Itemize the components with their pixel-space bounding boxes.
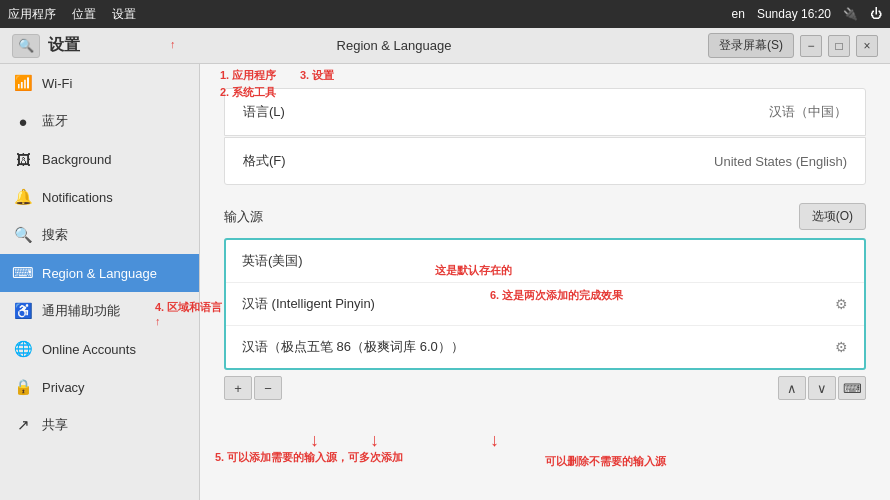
search-button[interactable]: 🔍 <box>12 34 40 58</box>
lang-indicator: en <box>732 7 745 21</box>
power-icon: ⏻ <box>870 7 882 21</box>
format-label: 格式(F) <box>243 152 286 170</box>
search-sidebar-icon: 🔍 <box>14 226 32 244</box>
input-source-label-0: 英语(美国) <box>242 252 303 270</box>
language-label: 语言(L) <box>243 103 285 121</box>
titlebar-left: 🔍 设置 <box>12 34 80 58</box>
sidebar-label-online-accounts: Online Accounts <box>42 342 136 357</box>
options-button[interactable]: 选项(O) <box>799 203 866 230</box>
toolbar-right: ∧ ∨ ⌨ <box>778 376 866 400</box>
sidebar-item-bluetooth[interactable]: ● 蓝牙 <box>0 102 199 140</box>
input-source-row-1[interactable]: 汉语 (Intelligent Pinyin) ⚙ <box>226 283 864 326</box>
wifi-icon: 📶 <box>14 74 32 92</box>
region-icon: ⌨ <box>14 264 32 282</box>
notifications-icon: 🔔 <box>14 188 32 206</box>
online-accounts-icon: 🌐 <box>14 340 32 358</box>
login-screen-button[interactable]: 登录屏幕(S) <box>708 33 794 58</box>
sidebar-item-sharing[interactable]: ↗ 共享 <box>0 406 199 444</box>
toolbar-left: + − <box>224 376 282 400</box>
sidebar-label-background: Background <box>42 152 111 167</box>
language-value: 汉语（中国） <box>769 103 847 121</box>
sidebar-label-notifications: Notifications <box>42 190 113 205</box>
top-taskbar: 应用程序 位置 设置 en Sunday 16:20 🔌 ⏻ <box>0 0 890 28</box>
move-up-button[interactable]: ∧ <box>778 376 806 400</box>
location-menu[interactable]: 位置 <box>72 6 96 23</box>
close-button[interactable]: × <box>856 35 878 57</box>
sidebar-item-online-accounts[interactable]: 🌐 Online Accounts <box>0 330 199 368</box>
remove-input-button[interactable]: − <box>254 376 282 400</box>
network-icon: 🔌 <box>843 7 858 21</box>
window-buttons: 登录屏幕(S) − □ × <box>708 33 878 58</box>
background-icon: 🖼 <box>14 150 32 168</box>
sidebar-item-wifi[interactable]: 📶 Wi-Fi <box>0 64 199 102</box>
sidebar-label-privacy: Privacy <box>42 380 85 395</box>
sidebar-label-region: Region & Language <box>42 266 157 281</box>
format-value: United States (English) <box>714 154 847 169</box>
sidebar-item-search[interactable]: 🔍 搜索 <box>0 216 199 254</box>
settings-menu[interactable]: 设置 <box>112 6 136 23</box>
sidebar-item-background[interactable]: 🖼 Background <box>0 140 199 178</box>
main-panel: 语言(L) 汉语（中国） 格式(F) United States (Englis… <box>200 64 890 500</box>
bluetooth-icon: ● <box>14 112 32 130</box>
language-row[interactable]: 语言(L) 汉语（中国） <box>224 88 866 136</box>
format-row[interactable]: 格式(F) United States (English) <box>224 137 866 185</box>
input-source-row-2[interactable]: 汉语（极点五笔 86（极爽词库 6.0）） ⚙ <box>226 326 864 368</box>
input-source-label-2: 汉语（极点五笔 86（极爽词库 6.0）） <box>242 338 464 356</box>
move-down-button[interactable]: ∨ <box>808 376 836 400</box>
keyboard-preview-button[interactable]: ⌨ <box>838 376 866 400</box>
sidebar-label-bluetooth: 蓝牙 <box>42 112 68 130</box>
titlebar: 🔍 设置 Region & Language 登录屏幕(S) − □ × <box>0 28 890 64</box>
datetime: Sunday 16:20 <box>757 7 831 21</box>
sidebar-item-notifications[interactable]: 🔔 Notifications <box>0 178 199 216</box>
input-source-toolbar: + − ∧ ∨ ⌨ <box>224 376 866 400</box>
sidebar-label-search: 搜索 <box>42 226 68 244</box>
sidebar-item-region[interactable]: ⌨ Region & Language <box>0 254 199 292</box>
taskbar-right: en Sunday 16:20 🔌 ⏻ <box>732 7 882 21</box>
sidebar: 📶 Wi-Fi ● 蓝牙 🖼 Background 🔔 Notification… <box>0 64 200 500</box>
gear-icon-2[interactable]: ⚙ <box>835 339 848 355</box>
add-input-button[interactable]: + <box>224 376 252 400</box>
input-source-title: 输入源 <box>224 208 263 226</box>
sidebar-label-accessibility: 通用辅助功能 <box>42 302 120 320</box>
sidebar-label-wifi: Wi-Fi <box>42 76 72 91</box>
settings-label: 设置 <box>48 35 80 56</box>
minimize-button[interactable]: − <box>800 35 822 57</box>
gear-icon-1[interactable]: ⚙ <box>835 296 848 312</box>
input-source-row-0[interactable]: 英语(美国) <box>226 240 864 283</box>
input-source-header: 输入源 选项(O) <box>224 203 866 230</box>
maximize-button[interactable]: □ <box>828 35 850 57</box>
privacy-icon: 🔒 <box>14 378 32 396</box>
sidebar-item-privacy[interactable]: 🔒 Privacy <box>0 368 199 406</box>
app-menu[interactable]: 应用程序 <box>8 6 56 23</box>
sharing-icon: ↗ <box>14 416 32 434</box>
input-source-label-1: 汉语 (Intelligent Pinyin) <box>242 295 375 313</box>
window-title: Region & Language <box>80 38 708 53</box>
taskbar-left: 应用程序 位置 设置 <box>8 6 136 23</box>
window-content: 📶 Wi-Fi ● 蓝牙 🖼 Background 🔔 Notification… <box>0 64 890 500</box>
input-source-list: 英语(美国) 汉语 (Intelligent Pinyin) ⚙ 汉语（极点五笔… <box>224 238 866 370</box>
sidebar-label-sharing: 共享 <box>42 416 68 434</box>
accessibility-icon: ♿ <box>14 302 32 320</box>
sidebar-item-accessibility[interactable]: ♿ 通用辅助功能 <box>0 292 199 330</box>
settings-window: 🔍 设置 Region & Language 登录屏幕(S) − □ × 📶 W… <box>0 28 890 500</box>
